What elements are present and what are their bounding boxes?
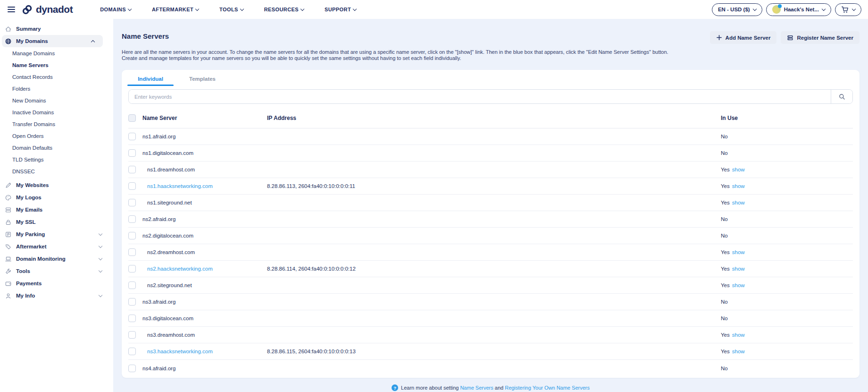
sidebar-item-folders[interactable]: Folders xyxy=(0,83,113,94)
row-checkbox[interactable] xyxy=(128,182,136,190)
sidebar-item-inactive-domains[interactable]: Inactive Domains xyxy=(0,106,113,118)
avatar xyxy=(772,5,781,14)
search-input[interactable] xyxy=(129,90,831,103)
tag-icon xyxy=(5,243,12,250)
register-name-servers-help-link[interactable]: Registering Your Own Name Servers xyxy=(505,385,590,391)
brush-icon xyxy=(5,182,12,189)
name-servers-table: Name Server IP Address In Use ns1.afraid… xyxy=(128,108,853,376)
add-name-server-button[interactable]: Add Name Server xyxy=(710,31,777,44)
cart-icon xyxy=(841,6,849,14)
home-icon xyxy=(5,26,12,33)
row-checkbox[interactable] xyxy=(128,298,136,306)
row-checkbox[interactable] xyxy=(128,331,136,339)
row-checkbox[interactable] xyxy=(128,365,136,372)
sidebar-item-payments[interactable]: Payments xyxy=(0,277,113,290)
row-checkbox[interactable] xyxy=(128,265,136,273)
nav-resources[interactable]: RESOURCES xyxy=(264,7,304,12)
in-use-value: Yes xyxy=(721,282,730,288)
footer-text: Learn more about setting Name Servers an… xyxy=(401,385,590,391)
nav-aftermarket[interactable]: AFTERMARKET xyxy=(152,7,199,12)
row-checkbox[interactable] xyxy=(128,248,136,256)
table-row: ns2.digitalocean.com No xyxy=(128,228,853,244)
sidebar-item-my-websites[interactable]: My Websites xyxy=(0,179,113,191)
name-server-cell: ns3.dreamhost.com xyxy=(142,332,267,338)
sidebar-item-name-servers[interactable]: Name Servers xyxy=(0,59,113,71)
tab-individual[interactable]: Individual xyxy=(127,72,174,86)
search-button[interactable] xyxy=(831,90,852,103)
chevron-down-icon xyxy=(852,7,856,10)
name-server-link[interactable]: ns2.haacksnetworking.com xyxy=(142,266,267,272)
nav-support[interactable]: SUPPORT xyxy=(325,7,356,12)
sidebar-item-transfer-domains[interactable]: Transfer Domains xyxy=(0,118,113,130)
sidebar-item-domain-defaults[interactable]: Domain Defaults xyxy=(0,142,113,153)
sidebar-item-my-emails[interactable]: My Emails xyxy=(0,204,113,216)
logo-text: dynadot xyxy=(36,4,73,15)
chevron-up-icon xyxy=(91,40,95,43)
show-link[interactable]: show xyxy=(732,249,745,255)
hamburger-menu-icon[interactable] xyxy=(8,7,15,12)
row-checkbox[interactable] xyxy=(128,199,136,206)
sidebar-item-contact-records[interactable]: Contact Records xyxy=(0,71,113,83)
show-link[interactable]: show xyxy=(732,332,745,338)
chevron-down-icon xyxy=(99,268,102,272)
sidebar-item-my-domains[interactable]: My Domains xyxy=(2,35,103,47)
row-checkbox[interactable] xyxy=(128,166,136,173)
row-checkbox[interactable] xyxy=(128,281,136,289)
search-icon xyxy=(838,93,846,101)
name-server-cell: ns2.dreamhost.com xyxy=(142,249,267,255)
sidebar-item-my-logos[interactable]: My Logos xyxy=(0,191,113,204)
show-link[interactable]: show xyxy=(732,266,745,272)
row-checkbox[interactable] xyxy=(128,232,136,239)
main-navigation: DOMAINS AFTERMARKET TOOLS RESOURCES SUPP… xyxy=(100,7,356,12)
in-use-value: No xyxy=(721,366,728,371)
row-checkbox[interactable] xyxy=(128,315,136,322)
sidebar-item-new-domains[interactable]: New Domains xyxy=(0,94,113,106)
palette-icon xyxy=(5,194,12,201)
name-servers-help-link[interactable]: Name Servers xyxy=(460,385,493,391)
sidebar-item-my-info[interactable]: My Info xyxy=(0,290,113,302)
sidebar-item-my-ssl[interactable]: My SSL xyxy=(0,216,113,228)
sidebar-item-manage-domains[interactable]: Manage Domains xyxy=(0,47,113,59)
nav-domains[interactable]: DOMAINS xyxy=(100,7,131,12)
sidebar-item-tld-settings[interactable]: TLD Settings xyxy=(0,153,113,165)
table-row: ns2.haacksnetworking.com 8.28.86.114, 26… xyxy=(128,261,853,277)
select-all-checkbox[interactable] xyxy=(128,114,136,122)
name-server-cell: ns2.siteground.net xyxy=(142,282,267,288)
name-server-link[interactable]: ns1.haacksnetworking.com xyxy=(142,183,267,189)
name-server-link[interactable]: ns3.haacksnetworking.com xyxy=(142,349,267,354)
tab-templates[interactable]: Templates xyxy=(179,72,225,86)
nav-tools[interactable]: TOOLS xyxy=(219,7,243,12)
table-row: ns2.afraid.org No xyxy=(128,211,853,228)
cart-menu[interactable] xyxy=(835,3,861,16)
show-link[interactable]: show xyxy=(732,200,745,205)
account-menu[interactable]: Haack's Net... xyxy=(766,3,831,16)
sidebar-item-aftermarket[interactable]: Aftermarket xyxy=(0,240,113,253)
column-ip-address: IP Address xyxy=(267,115,721,121)
sidebar-item-open-orders[interactable]: Open Orders xyxy=(0,130,113,142)
sidebar-item-summary[interactable]: Summary xyxy=(0,23,113,35)
sidebar-item-tools[interactable]: Tools xyxy=(0,265,113,277)
in-use-value: Yes xyxy=(721,266,730,272)
person-icon xyxy=(5,292,12,299)
sidebar-item-domain-monitoring[interactable]: Domain Monitoring xyxy=(0,253,113,265)
name-server-cell: ns3.digitalocean.com xyxy=(142,315,267,321)
dynadot-logo[interactable]: dynadot xyxy=(22,4,73,15)
chevron-down-icon xyxy=(128,7,132,10)
row-checkbox[interactable] xyxy=(128,348,136,355)
show-link[interactable]: show xyxy=(732,183,745,189)
in-use-value: No xyxy=(721,233,728,239)
register-name-server-button[interactable]: Register Name Server xyxy=(781,31,860,44)
row-checkbox[interactable] xyxy=(128,133,136,140)
row-checkbox[interactable] xyxy=(128,149,136,157)
sidebar-item-dnssec[interactable]: DNSSEC xyxy=(0,165,113,177)
top-navigation-bar: dynadot DOMAINS AFTERMARKET TOOLS RESOUR… xyxy=(0,0,868,19)
locale-currency-selector[interactable]: EN - USD ($) xyxy=(712,3,762,16)
show-link[interactable]: show xyxy=(732,349,745,354)
row-checkbox[interactable] xyxy=(128,215,136,223)
table-row: ns1.haacksnetworking.com 8.28.86.113, 26… xyxy=(128,178,853,195)
show-link[interactable]: show xyxy=(732,282,745,288)
show-link[interactable]: show xyxy=(732,167,745,172)
table-row: ns3.digitalocean.com No xyxy=(128,310,853,327)
in-use-value: No xyxy=(721,216,728,222)
sidebar-item-my-parking[interactable]: My Parking xyxy=(0,228,113,240)
